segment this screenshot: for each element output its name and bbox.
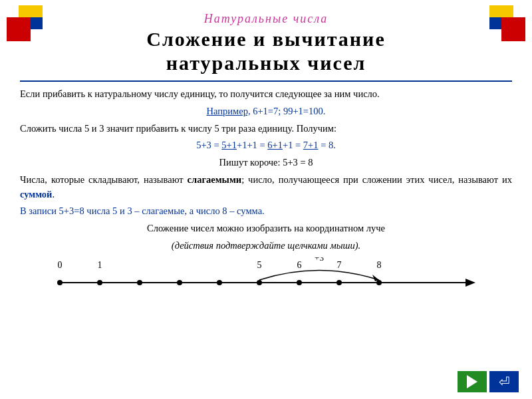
content: Если прибавить к натуральному числу един… (20, 87, 512, 253)
play-button[interactable] (458, 371, 487, 392)
svg-point-13 (336, 280, 342, 285)
p2-text: Сложить числа 5 и 3 значит прибавить к ч… (20, 123, 336, 134)
title-line1: Сложение и вычитание (146, 28, 385, 50)
svg-text:5: 5 (257, 260, 262, 270)
back-button[interactable]: ⏎ (489, 371, 519, 392)
svg-point-15 (376, 280, 382, 285)
numberline-section: 0 1 5 6 7 8 (20, 257, 512, 291)
svg-point-11 (297, 280, 302, 285)
p3b: слагаемыми (188, 174, 242, 185)
subtitle: Натуральные числа (20, 12, 512, 26)
svg-marker-1 (466, 279, 475, 287)
p5-italic-text: (действия подтверждайте щелчками мыши). (172, 240, 360, 251)
back-icon: ⏎ (499, 374, 510, 390)
p2-short-text: Пишут короче: 5+3 = 8 (219, 157, 313, 168)
svg-point-9 (257, 280, 262, 285)
divider (20, 80, 512, 82)
paragraph-4: В записи 5+3=8 числа 5 и 3 – слагаемые, … (20, 204, 512, 219)
svg-text:7: 7 (337, 260, 342, 270)
svg-point-8 (217, 280, 222, 285)
paragraph-1-example: Например, 6+1=7; 99+1=100. (20, 104, 512, 119)
svg-point-2 (57, 280, 63, 285)
svg-text:8: 8 (377, 260, 382, 270)
p5-text: Сложение чисел можно изобразить на коорд… (147, 223, 385, 233)
paragraph-5-italic: (действия подтверждайте щелчками мыши). (20, 239, 512, 253)
p2-formula-text: 5+3 = 5+1+1+1 = 6+1+1 = 7+1 = 8. (196, 140, 336, 150)
paragraph-5: Сложение чисел можно изобразить на коорд… (20, 221, 512, 236)
page: Натуральные числа Сложение и вычитание н… (0, 0, 532, 399)
svg-text:0: 0 (58, 260, 63, 270)
play-icon (467, 375, 477, 388)
svg-text:1: 1 (98, 260, 102, 270)
svg-point-6 (137, 280, 142, 285)
svg-point-4 (97, 280, 102, 285)
example-text: 6+1=7; 99+1=100. (251, 106, 326, 116)
numberline-area: 0 1 5 6 7 8 (40, 257, 492, 291)
example-label: Например, (207, 106, 251, 116)
paragraph-2-short: Пишут короче: 5+3 = 8 (20, 156, 512, 170)
paragraph-2-formula: 5+3 = 5+1+1+1 = 6+1+1 = 7+1 = 8. (20, 138, 512, 153)
paragraph-3: Числа, которые складывают, называют слаг… (20, 173, 512, 202)
paragraph-2: Сложить числа 5 и 3 значит прибавить к ч… (20, 122, 512, 136)
header: Натуральные числа Сложение и вычитание н… (20, 7, 512, 75)
numberline-svg: 0 1 5 6 7 8 (40, 257, 505, 291)
bottom-buttons: ⏎ (458, 371, 519, 392)
svg-text:6: 6 (297, 260, 302, 270)
p3d: суммой (20, 189, 52, 200)
p3c: ; число, получающееся при сложении этих … (241, 174, 512, 185)
svg-point-7 (177, 280, 182, 285)
title-line2: натуральных чисел (166, 52, 366, 74)
svg-text:+3: +3 (315, 257, 324, 263)
p1-text: Если прибавить к натуральному числу един… (20, 88, 380, 99)
paragraph-1: Если прибавить к натуральному числу един… (20, 87, 512, 102)
p4-text: В записи 5+3=8 числа 5 и 3 – слагаемые, … (20, 205, 265, 216)
p3e: . (52, 189, 55, 200)
title: Сложение и вычитание натуральных чисел (20, 27, 512, 75)
p3a: Числа, которые складывают, называют (20, 174, 188, 185)
